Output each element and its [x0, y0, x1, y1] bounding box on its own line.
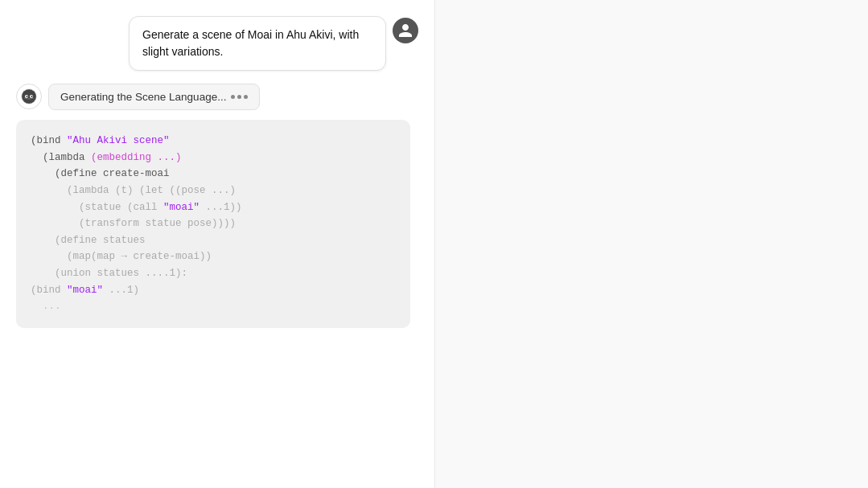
right-panel	[434, 0, 868, 488]
code-line-6: (transform statue pose))))	[31, 215, 396, 232]
code-line-9: (union statues ....1):	[31, 265, 396, 282]
bot-message-row: Generating the Scene Language...	[16, 84, 418, 110]
person-icon	[397, 23, 413, 39]
user-message-bubble: Generate a scene of Moai in Ahu Akivi, w…	[129, 16, 386, 71]
loading-dots	[231, 95, 248, 99]
code-line-5: (statue (call "moai" ...1))	[31, 199, 396, 216]
svg-point-6	[31, 96, 33, 97]
code-line-3: (define create-moai	[31, 166, 396, 182]
svg-point-7	[27, 98, 31, 100]
code-line-8: (map(map → create-moai))	[31, 248, 396, 265]
bot-avatar	[16, 84, 42, 109]
bot-status-text: Generating the Scene Language...	[60, 91, 226, 103]
code-block: (bind "Ahu Akivi scene" (lambda (embeddi…	[16, 120, 410, 328]
code-line-1: (bind "Ahu Akivi scene"	[31, 133, 396, 150]
user-message-text: Generate a scene of Moai in Ahu Akivi, w…	[142, 28, 359, 58]
code-line-11: ...	[31, 298, 396, 315]
svg-point-5	[27, 96, 28, 97]
chat-panel: Generate a scene of Moai in Ahu Akivi, w…	[0, 0, 434, 488]
code-line-4: (lambda (t) (let ((pose ...)	[31, 182, 396, 199]
robot-icon	[20, 88, 38, 105]
bot-status-bubble: Generating the Scene Language...	[48, 84, 260, 110]
code-line-10: (bind "moai" ...1)	[31, 282, 396, 299]
user-message-row: Generate a scene of Moai in Ahu Akivi, w…	[16, 16, 418, 71]
code-line-2: (lambda (embedding ...)	[31, 150, 396, 166]
svg-point-0	[22, 89, 36, 104]
code-line-7: (define statues	[31, 232, 396, 249]
user-avatar	[393, 18, 418, 43]
